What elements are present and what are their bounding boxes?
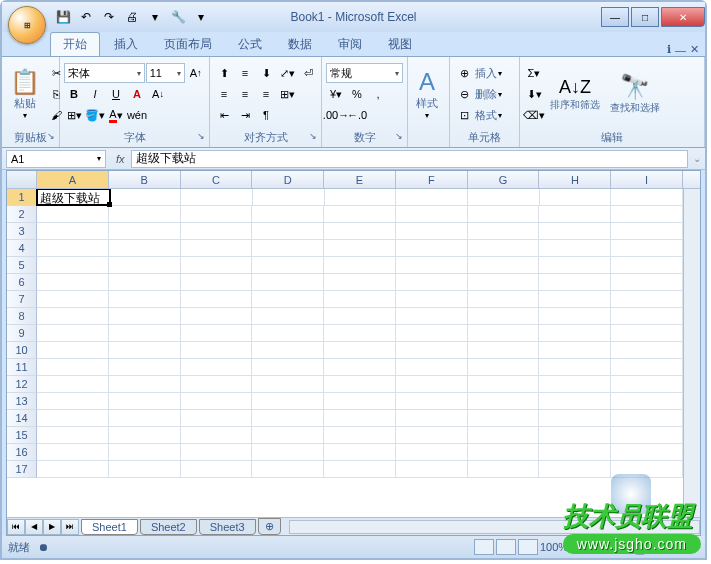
- cell[interactable]: [324, 223, 396, 239]
- font-big-a-icon[interactable]: A: [127, 84, 147, 104]
- merge-cells-icon[interactable]: ⊞▾: [277, 84, 297, 104]
- row-header[interactable]: 13: [7, 393, 37, 410]
- cell[interactable]: [110, 189, 182, 205]
- cell[interactable]: [109, 206, 181, 222]
- cell[interactable]: [109, 444, 181, 460]
- font-dialog-icon[interactable]: ↘: [197, 131, 205, 141]
- sheet-tab-3[interactable]: Sheet3: [199, 519, 256, 535]
- cell[interactable]: [611, 359, 683, 375]
- help-icon[interactable]: ℹ: [667, 43, 671, 56]
- cell[interactable]: [109, 308, 181, 324]
- percent-icon[interactable]: %: [347, 84, 367, 104]
- cell[interactable]: [611, 376, 683, 392]
- cell[interactable]: [468, 223, 540, 239]
- cell[interactable]: [252, 206, 324, 222]
- cell[interactable]: [468, 359, 540, 375]
- column-header[interactable]: H: [539, 171, 611, 188]
- paste-button[interactable]: 📋 粘贴 ▾: [6, 66, 44, 122]
- page-break-view-icon[interactable]: [518, 539, 538, 555]
- cell[interactable]: [396, 427, 468, 443]
- tab-page-layout[interactable]: 页面布局: [152, 33, 224, 56]
- cell[interactable]: [109, 410, 181, 426]
- number-format-combo[interactable]: 常规▾: [326, 63, 403, 83]
- row-header[interactable]: 4: [7, 240, 37, 257]
- cell[interactable]: [396, 308, 468, 324]
- align-middle-icon[interactable]: ≡: [235, 63, 255, 83]
- cell[interactable]: [396, 376, 468, 392]
- decrease-decimal-icon[interactable]: ←.0: [347, 105, 367, 125]
- cell[interactable]: [539, 257, 611, 273]
- tab-home[interactable]: 开始: [50, 32, 100, 56]
- currency-icon[interactable]: ¥▾: [326, 84, 346, 104]
- column-header[interactable]: F: [396, 171, 468, 188]
- clipboard-dialog-icon[interactable]: ↘: [47, 131, 55, 141]
- insert-cells-button[interactable]: 插入: [475, 66, 497, 81]
- cell[interactable]: [396, 325, 468, 341]
- cell[interactable]: [37, 359, 109, 375]
- cell[interactable]: [324, 240, 396, 256]
- wrap-text-icon[interactable]: ⏎: [298, 63, 318, 83]
- autosum-icon[interactable]: Σ▾: [524, 63, 544, 83]
- cell[interactable]: [396, 359, 468, 375]
- increase-indent-icon[interactable]: ⇥: [235, 105, 255, 125]
- row-header[interactable]: 16: [7, 444, 37, 461]
- cell[interactable]: [324, 308, 396, 324]
- cell[interactable]: [468, 444, 540, 460]
- cell[interactable]: [253, 189, 325, 205]
- row-header[interactable]: 10: [7, 342, 37, 359]
- zoom-out-icon[interactable]: −: [570, 541, 576, 553]
- column-header[interactable]: C: [181, 171, 253, 188]
- cell[interactable]: [181, 325, 253, 341]
- cell[interactable]: [37, 257, 109, 273]
- cell[interactable]: [611, 342, 683, 358]
- sort-filter-button[interactable]: A↓Z 排序和筛选: [546, 75, 604, 114]
- shrink-font-icon[interactable]: A↓: [148, 84, 168, 104]
- cell[interactable]: [611, 410, 683, 426]
- row-header[interactable]: 7: [7, 291, 37, 308]
- delete-cells-icon[interactable]: ⊖: [454, 84, 474, 104]
- cell[interactable]: [468, 308, 540, 324]
- align-left-icon[interactable]: ≡: [214, 84, 234, 104]
- align-center-icon[interactable]: ≡: [235, 84, 255, 104]
- cell[interactable]: [611, 444, 683, 460]
- cell[interactable]: [611, 257, 683, 273]
- cell[interactable]: [325, 189, 397, 205]
- cell[interactable]: [37, 393, 109, 409]
- cell[interactable]: [396, 342, 468, 358]
- cell[interactable]: [611, 223, 683, 239]
- cell[interactable]: [37, 308, 109, 324]
- cell[interactable]: [324, 461, 396, 477]
- rtl-icon[interactable]: ¶: [256, 105, 276, 125]
- cell[interactable]: [468, 274, 540, 290]
- cell[interactable]: [539, 308, 611, 324]
- cell[interactable]: [252, 257, 324, 273]
- cell[interactable]: [181, 461, 253, 477]
- cell[interactable]: [37, 291, 109, 307]
- cell[interactable]: [181, 410, 253, 426]
- cell[interactable]: [539, 291, 611, 307]
- cell[interactable]: [611, 206, 683, 222]
- sheet-nav-first-icon[interactable]: ⏮: [7, 519, 25, 535]
- select-all-corner[interactable]: [7, 171, 37, 188]
- page-layout-view-icon[interactable]: [496, 539, 516, 555]
- cell[interactable]: [181, 291, 253, 307]
- align-right-icon[interactable]: ≡: [256, 84, 276, 104]
- cell[interactable]: [37, 342, 109, 358]
- cell[interactable]: [181, 206, 253, 222]
- cell[interactable]: [109, 376, 181, 392]
- align-top-icon[interactable]: ⬆: [214, 63, 234, 83]
- align-dialog-icon[interactable]: ↘: [309, 131, 317, 141]
- cell[interactable]: [37, 206, 109, 222]
- cell[interactable]: [324, 427, 396, 443]
- cell[interactable]: [539, 410, 611, 426]
- italic-button[interactable]: I: [85, 84, 105, 104]
- underline-button[interactable]: U: [106, 84, 126, 104]
- font-size-combo[interactable]: 11▾: [146, 63, 186, 83]
- cell[interactable]: [109, 393, 181, 409]
- cell[interactable]: [324, 206, 396, 222]
- clear-icon[interactable]: ⌫▾: [524, 105, 544, 125]
- tab-formulas[interactable]: 公式: [226, 33, 274, 56]
- qat-dropdown-icon[interactable]: ▾: [190, 6, 212, 28]
- cell[interactable]: [37, 461, 109, 477]
- row-header[interactable]: 6: [7, 274, 37, 291]
